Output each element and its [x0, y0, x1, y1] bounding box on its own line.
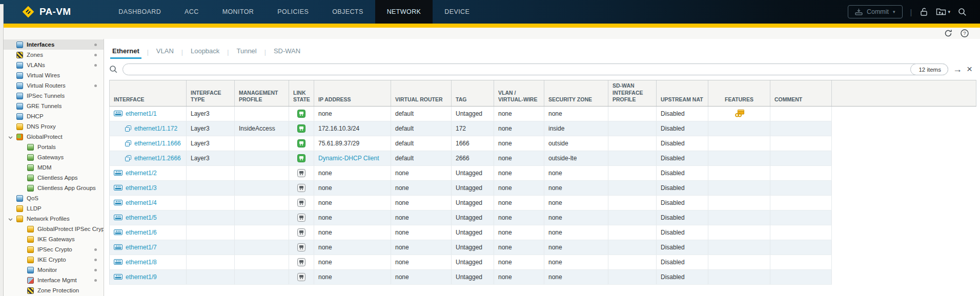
chevron-down-icon[interactable] [8, 135, 13, 141]
clear-filter-icon[interactable]: × [967, 64, 972, 75]
sidebar-item-network-profiles[interactable]: Network Profiles [3, 214, 104, 224]
sidebar-item-zones[interactable]: Zones [3, 50, 104, 60]
global-find-icon[interactable] [958, 8, 967, 16]
column-header-vlan-virtual-wire[interactable]: VLAN / VIRTUAL-WIRE [494, 80, 544, 106]
cell-features [708, 270, 770, 284]
unlock-icon[interactable] [920, 7, 928, 16]
window-scrollbar[interactable] [0, 4, 4, 296]
monitor-icon [27, 267, 34, 273]
column-header-interface[interactable]: INTERFACE [110, 80, 187, 106]
column-header-features[interactable]: FEATURES [708, 80, 770, 106]
filter-input[interactable] [129, 65, 708, 75]
sidebar-item-interfaces[interactable]: Interfaces [3, 39, 104, 50]
sidebar-item-label: IPSec Tunnels [27, 93, 65, 99]
sidebar-item-globalprotect[interactable]: GlobalProtect [3, 132, 104, 142]
interface-link[interactable]: ethernet1/4 [126, 199, 157, 206]
dynamic-dhcp-client-link[interactable]: Dynamic-DHCP Client [318, 155, 379, 162]
sidebar-item-zone-protection[interactable]: Zone Protection [3, 285, 104, 295]
cell-virtual-router: none [391, 181, 452, 195]
commit-button[interactable]: Commit ▾ [848, 5, 903, 18]
interface-link[interactable]: ethernet1/9 [126, 273, 157, 281]
sidebar-item-gateways[interactable]: Gateways [3, 152, 104, 162]
tab-ethernet[interactable]: Ethernet [111, 45, 140, 59]
table-row-ethernet1-1-2666: ethernet1/1.2666Layer3Dynamic-DHCP Clien… [109, 151, 832, 166]
sidebar-item-ipsec-crypto[interactable]: IPSec Crypto [3, 244, 104, 255]
nav-dashboard[interactable]: DASHBOARD [107, 0, 173, 24]
interface-link[interactable]: ethernet1/8 [126, 259, 157, 266]
nav-network[interactable]: NETWORK [375, 0, 433, 24]
cell-upstream-nat: Disabled [657, 225, 708, 240]
sidebar-item-ike-crypto[interactable]: IKE Crypto [3, 255, 104, 265]
sidebar-item-qos[interactable]: QoS [3, 193, 104, 203]
cell-vlan-virtual-wire: none [494, 151, 544, 165]
sidebar-item-gre-tunnels[interactable]: GRE Tunnels [3, 101, 104, 111]
nav-monitor[interactable]: MONITOR [211, 0, 266, 24]
item-status-dot [94, 279, 97, 282]
nav-acc[interactable]: ACC [173, 0, 211, 24]
sidebar-item-vlans[interactable]: VLANs [3, 60, 104, 70]
cell-ip-address: none [314, 225, 391, 240]
refresh-icon[interactable] [944, 29, 952, 37]
tab-loopback[interactable]: Loopback [190, 45, 220, 59]
chevron-down-icon[interactable] [8, 217, 13, 223]
table-row-ethernet1-4: ethernet1/4nonenoneUntaggednonenoneDisab… [109, 196, 832, 210]
cell-tag: Untagged [452, 196, 494, 210]
main-nav: DASHBOARDACCMONITORPOLICIESOBJECTSNETWOR… [107, 0, 481, 24]
sidebar-item-monitor[interactable]: Monitor [3, 265, 104, 275]
column-header-virtual-router[interactable]: VIRTUAL ROUTER [391, 80, 452, 106]
link-down-icon [297, 228, 305, 237]
interface-link[interactable]: ethernet1/7 [126, 244, 157, 251]
clientless-apps-icon [27, 175, 34, 181]
column-header-interface-type[interactable]: INTERFACE TYPE [187, 80, 235, 106]
tab-vlan[interactable]: VLAN [155, 45, 175, 59]
column-header-tag[interactable]: TAG [452, 80, 494, 106]
subinterface-icon [125, 155, 131, 161]
column-header-management-profile[interactable]: MANAGEMENT PROFILE [235, 80, 289, 106]
cell-interface-type: Layer3 [187, 121, 235, 136]
column-header-upstream-nat[interactable]: UPSTREAM NAT [657, 80, 708, 106]
nav-policies[interactable]: POLICIES [266, 0, 320, 24]
apply-filter-arrow-icon[interactable]: → [953, 65, 962, 75]
interface-link[interactable]: ethernet1/1.2666 [134, 155, 181, 162]
column-header-link-state[interactable]: LINK STATE [289, 80, 314, 106]
sidebar-item-portals[interactable]: Portals [3, 142, 104, 152]
column-header-ip-address[interactable]: IP ADDRESS [314, 80, 391, 106]
interface-link[interactable]: ethernet1/1 [126, 110, 157, 117]
interface-link[interactable]: ethernet1/3 [126, 184, 157, 192]
cell-ip-address: none [314, 181, 391, 195]
sidebar-item-mdm[interactable]: MDM [3, 162, 104, 173]
tab-sd-wan[interactable]: SD-WAN [273, 45, 301, 59]
sidebar-item-virtual-wires[interactable]: Virtual Wires [3, 70, 104, 80]
sidebar-item-lldp[interactable]: LLDP [3, 203, 104, 214]
interface-link[interactable]: ethernet1/5 [126, 214, 157, 221]
table-row-ethernet1-9: ethernet1/9nonenoneUntaggednonenoneDisab… [109, 270, 832, 285]
sidebar-item-globalprotect-ipsec-crypto[interactable]: GlobalProtect IPSec Crypto [3, 224, 104, 234]
interface-link[interactable]: ethernet1/1.1666 [134, 140, 181, 147]
sidebar-item-ike-gateways[interactable]: IKE Gateways [3, 234, 104, 244]
cell-security-zone: none [544, 210, 608, 225]
sidebar-item-virtual-routers[interactable]: Virtual Routers [3, 80, 104, 91]
cell-ip-address: 75.61.89.37/29 [314, 136, 391, 151]
pa-vm-app: PA-VM DASHBOARDACCMONITORPOLICIESOBJECTS… [0, 0, 980, 296]
tab-tunnel[interactable]: Tunnel [235, 45, 257, 59]
sidebar-item-dns-proxy[interactable]: DNS Proxy [3, 121, 104, 132]
sidebar-item-dhcp[interactable]: DHCP [3, 111, 104, 121]
nav-device[interactable]: DEVICE [433, 0, 481, 24]
column-header-comment[interactable]: COMMENT [770, 80, 832, 106]
sidebar-item-clientless-app-groups[interactable]: Clientless App Groups [3, 183, 104, 193]
cell-security-zone: none [544, 225, 608, 240]
column-header-security-zone[interactable]: SECURITY ZONE [544, 80, 608, 106]
interface-link[interactable]: ethernet1/1.172 [134, 125, 177, 132]
nav-objects[interactable]: OBJECTS [320, 0, 375, 24]
interface-link[interactable]: ethernet1/2 [126, 170, 157, 177]
search-icon[interactable] [109, 65, 118, 74]
help-icon[interactable]: ? [961, 29, 969, 37]
device-config-folder-icon[interactable]: ▾ [936, 8, 950, 16]
interface-link[interactable]: ethernet1/6 [126, 229, 157, 236]
sidebar-item-ipsec-tunnels[interactable]: IPSec Tunnels [3, 91, 104, 101]
sidebar-item-interface-mgmt[interactable]: Interface Mgmt [3, 275, 104, 285]
cell-interface-type [187, 166, 235, 180]
cell-vlan-virtual-wire: none [494, 240, 544, 255]
sidebar-item-clientless-apps[interactable]: Clientless Apps [3, 173, 104, 183]
column-header-sd-wan-interface-profile[interactable]: SD-WAN INTERFACE PROFILE [608, 80, 657, 106]
